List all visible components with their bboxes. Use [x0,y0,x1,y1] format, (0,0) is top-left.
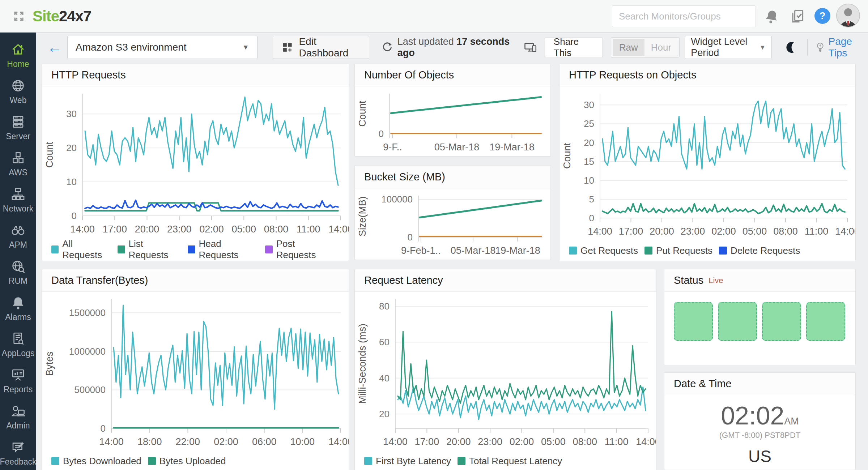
panel-title: Request Latency [355,269,656,292]
search-input[interactable] [612,5,756,27]
site24x7-logo: Site24x7 [33,8,91,25]
monitor-status-tile[interactable] [762,302,801,341]
panel-title: Bucket Size (MB) [355,166,550,188]
divider [807,39,808,56]
http-requests-on-objects-legend: Get RequestsPut RequestsDelete Requests [559,240,855,261]
legend-item[interactable]: Post Requests [265,238,333,261]
status-title: Status [674,274,703,286]
clock-time: 02:02AM [721,403,799,428]
expand-icon[interactable] [11,8,27,24]
chevron-down-icon: ▼ [759,44,766,51]
svg-text:40: 40 [379,373,390,384]
notifications-bell-icon[interactable] [764,8,780,24]
panel-title: HTTP Requests [42,64,349,86]
http-requests-on-objects-chart: 05101520253014:0017:0020:0023:0002:0005:… [559,86,855,240]
svg-text:10: 10 [66,176,77,187]
sidebar-item-home[interactable]: Home [0,38,36,74]
sidebar-item-admin[interactable]: Admin [0,399,36,435]
user-avatar[interactable] [836,4,860,27]
legend-item[interactable]: Get Requests [569,245,638,256]
svg-text:02:00: 02:00 [510,436,534,447]
svg-text:30: 30 [584,99,594,110]
legend-item[interactable]: Bytes Uploaded [148,456,226,467]
monitor-status-tile[interactable] [718,302,757,341]
aws-cubes-icon [10,150,26,166]
display-mode-icon[interactable] [523,40,537,55]
sidebar-item-web[interactable]: Web [0,74,36,110]
http-requests-on-objects-panel: HTTP Requests on Objects 05101520253014:… [559,64,856,261]
legend-item[interactable]: Total Request Latency [458,456,562,467]
svg-text:Count: Count [357,101,368,127]
legend-item[interactable]: First Byte Latency [364,456,451,467]
help-icon[interactable]: ? [814,8,830,24]
http-requests-panel: HTTP Requests 010203014:0017:0020:0023:0… [42,64,349,261]
refresh-icon[interactable] [382,41,393,54]
svg-text:19-Mar-18: 19-Mar-18 [489,142,535,153]
sidebar-item-applogs[interactable]: AppLogs [0,327,36,363]
dashboard-selector[interactable]: Amazon S3 environment ▼ [67,36,258,59]
legend-item[interactable]: Head Requests [188,238,259,261]
panel-title: Data Transfer(Bytes) [42,269,349,292]
back-arrow-icon[interactable]: ← [47,40,62,55]
status-tiles [664,292,855,351]
sidebar-item-alarms[interactable]: Alarms [0,291,36,327]
http-requests-legend: All RequestsList RequestsHead RequestsPo… [42,238,349,261]
svg-text:11:00: 11:00 [605,436,629,447]
svg-text:05:00: 05:00 [231,224,256,235]
svg-text:9-Feb-1..: 9-Feb-1.. [401,245,441,256]
svg-text:17:00: 17:00 [102,224,127,235]
network-icon [10,187,26,202]
region-label: US [748,446,771,466]
svg-text:23:00: 23:00 [478,436,502,447]
svg-text:08:00: 08:00 [264,224,289,235]
legend-swatch [118,245,125,253]
svg-text:20:00: 20:00 [650,226,674,237]
widget-level-period-selector[interactable]: Widget Level Period ▼ [685,36,772,59]
sidebar-item-reports[interactable]: Reports [0,363,36,399]
monitor-status-tile[interactable] [674,302,713,341]
svg-text:14:00: 14:00 [636,436,656,447]
tasks-clipboard-icon[interactable] [789,8,805,24]
request-latency-panel: Request Latency 2040608014:0017:0020:002… [354,269,656,470]
svg-text:05-Mar-18: 05-Mar-18 [434,142,480,153]
monitor-status-tile[interactable] [806,302,845,341]
svg-text:1000000: 1000000 [69,346,106,357]
svg-text:20: 20 [584,137,594,148]
svg-text:Bytes: Bytes [44,351,55,376]
svg-text:17:00: 17:00 [619,226,643,237]
panel-title: Number Of Objects [355,64,550,86]
svg-text:Size(MB): Size(MB) [357,196,368,236]
number-of-objects-chart: 09-F..05-Mar-1819-Mar-18Count [355,86,550,156]
page-tips-button[interactable]: Page Tips [815,36,868,59]
svg-text:14:00: 14:00 [70,224,95,235]
hour-toggle-option[interactable]: Hour [644,39,678,56]
share-this-button[interactable]: Share This [545,38,603,57]
panel-title: Status Live [664,269,855,292]
svg-text:0: 0 [589,213,594,223]
sidebar-item-aws[interactable]: AWS [0,146,36,182]
number-of-objects-panel: Number Of Objects 09-F..05-Mar-1819-Mar-… [354,64,551,157]
raw-toggle-option[interactable]: Raw [613,39,644,56]
bell-icon [10,295,26,310]
legend-item[interactable]: Bytes Downloaded [51,456,141,467]
dark-mode-moon-icon[interactable] [786,40,798,55]
sidebar-item-server[interactable]: Server [0,110,36,146]
sidebar-item-rum[interactable]: RUM [0,255,36,291]
globe-icon [10,78,26,93]
svg-text:0: 0 [101,423,106,434]
legend-item[interactable]: Put Requests [644,245,712,256]
svg-text:11:00: 11:00 [805,226,829,237]
edit-dashboard-button[interactable]: Edit Dashboard [273,36,369,59]
svg-text:05:00: 05:00 [541,436,566,447]
sidebar-item-apm[interactable]: APM [0,218,36,255]
sidebar-item-network[interactable]: Network [0,182,36,218]
svg-text:02:00: 02:00 [711,226,736,237]
sidebar-item-feedback[interactable]: Feedback [0,435,36,470]
top-bar: Site24x7 ? [0,0,868,33]
legend-item[interactable]: All Requests [51,238,111,261]
panel-title: Date & Time [664,373,855,395]
legend-item[interactable]: Delete Requests [719,245,800,256]
legend-item[interactable]: List Requests [118,238,181,261]
data-transfer-legend: Bytes DownloadedBytes Uploaded [42,451,349,470]
svg-text:25: 25 [584,118,594,129]
